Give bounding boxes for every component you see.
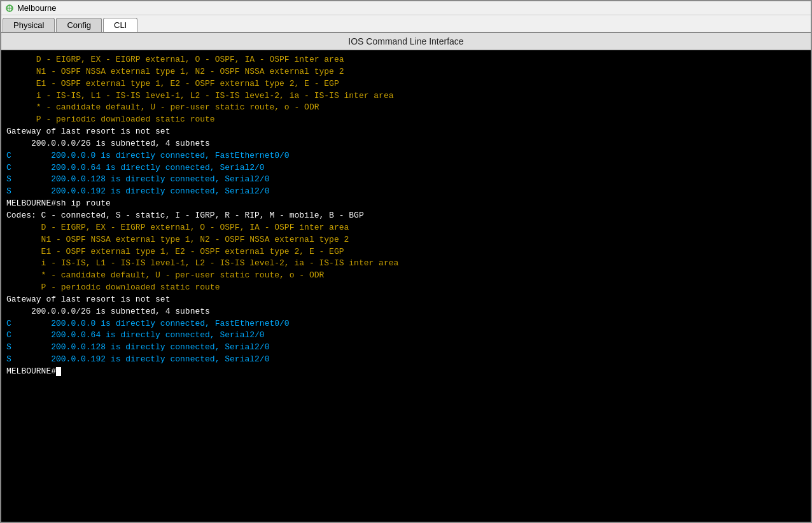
cli-cursor (56, 367, 61, 376)
cli-line: i - IS-IS, L1 - IS-IS level-1, L2 - IS-I… (6, 90, 806, 102)
window-title: Melbourne (17, 3, 56, 13)
cli-line: MELBOURNE# (6, 366, 806, 378)
cli-line: C 200.0.0.0 is directly connected, FastE… (6, 150, 806, 162)
panel-header: IOS Command Line Interface (1, 33, 811, 50)
cli-line: E1 - OSPF external type 1, E2 - OSPF ext… (6, 246, 806, 258)
cli-line: * - candidate default, U - per-user stat… (6, 270, 806, 282)
cli-line: Codes: C - connected, S - static, I - IG… (6, 210, 806, 222)
cli-line: N1 - OSPF NSSA external type 1, N2 - OSP… (6, 234, 806, 246)
cli-line: S 200.0.0.128 is directly connected, Ser… (6, 174, 806, 186)
cli-line: Gateway of last resort is not set (6, 126, 806, 138)
cli-line: MELBOURNE#sh ip route (6, 198, 806, 210)
cli-line: C 200.0.0.64 is directly connected, Seri… (6, 330, 806, 342)
cli-line: P - periodic downloaded static route (6, 114, 806, 126)
tab-config[interactable]: Config (56, 18, 102, 32)
cli-terminal[interactable]: D - EIGRP, EX - EIGRP external, O - OSPF… (1, 50, 811, 523)
cli-line: N1 - OSPF NSSA external type 1, N2 - OSP… (6, 66, 806, 78)
cli-line: D - EIGRP, EX - EIGRP external, O - OSPF… (6, 222, 806, 234)
cli-line: 200.0.0.0/26 is subnetted, 4 subnets (6, 138, 806, 150)
cli-line: S 200.0.0.192 is directly connected, Ser… (6, 186, 806, 198)
cli-line: Gateway of last resort is not set (6, 294, 806, 306)
title-bar: Melbourne (1, 1, 811, 15)
cli-line: * - candidate default, U - per-user stat… (6, 102, 806, 114)
cli-line: D - EIGRP, EX - EIGRP external, O - OSPF… (6, 54, 806, 66)
cli-line: i - IS-IS, L1 - IS-IS level-1, L2 - IS-I… (6, 258, 806, 270)
network-icon (5, 4, 14, 13)
tab-cli[interactable]: CLI (103, 18, 137, 32)
cli-line: C 200.0.0.0 is directly connected, FastE… (6, 318, 806, 330)
app-window: Melbourne Physical Config CLI IOS Comman… (0, 0, 812, 523)
cli-line: P - periodic downloaded static route (6, 282, 806, 294)
cli-line: S 200.0.0.128 is directly connected, Ser… (6, 342, 806, 354)
tab-physical[interactable]: Physical (3, 18, 55, 32)
cli-line: E1 - OSPF external type 1, E2 - OSPF ext… (6, 78, 806, 90)
cli-line: S 200.0.0.192 is directly connected, Ser… (6, 354, 806, 366)
cli-line: C 200.0.0.64 is directly connected, Seri… (6, 162, 806, 174)
tabs-bar: Physical Config CLI (1, 15, 811, 33)
cli-line: 200.0.0.0/26 is subnetted, 4 subnets (6, 306, 806, 318)
